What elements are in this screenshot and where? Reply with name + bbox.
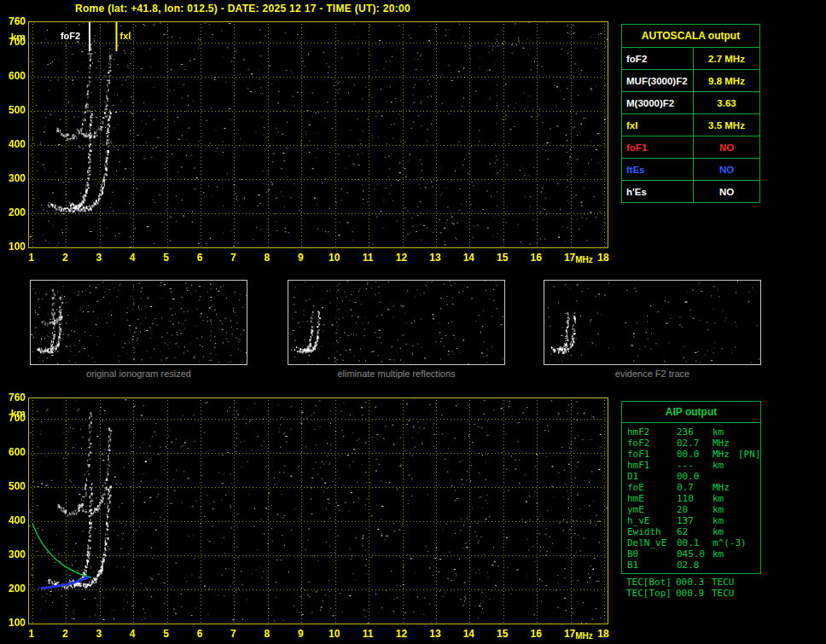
y-tick-label-top: 500 — [2, 104, 26, 116]
autoscala-param-label: fxI — [622, 114, 694, 136]
aip-unit — [713, 560, 738, 571]
aip-row: hmF1---km — [622, 460, 760, 471]
aip-name: B1 — [627, 560, 677, 571]
aip-name: foE — [627, 482, 677, 493]
aip-name: h_vE — [627, 515, 677, 526]
aip-title: AIP output — [622, 402, 760, 423]
aip-unit: MHz — [713, 438, 738, 449]
aip-unit: m^(-3) — [713, 537, 738, 548]
autoscala-param-label: MUF(3000)F2 — [622, 70, 694, 91]
aip-value: 20 — [677, 504, 713, 515]
autoscala-param-value: NO — [694, 181, 759, 202]
x-tick-label-top: 8 — [257, 252, 277, 264]
aip-name: D1 — [627, 471, 677, 482]
x-tick-label-top: 1 — [21, 252, 42, 264]
x-tick-label-bottom: 8 — [257, 628, 277, 640]
aip-row: TEC[Top]000.9TECU — [621, 588, 761, 599]
aip-extra — [737, 588, 761, 599]
aip-extra — [738, 526, 760, 537]
aip-extra — [737, 577, 761, 588]
aip-name: ymE — [627, 504, 677, 515]
aip-value: 236 — [677, 426, 713, 438]
x-tick-label-top: 12 — [392, 252, 412, 264]
aip-extra — [738, 560, 760, 571]
ionogram-plot-top — [28, 21, 608, 248]
autoscala-param-value: 9.8 MHz — [694, 70, 759, 91]
y-tick-label-top: 100 — [2, 241, 26, 252]
x-tick-label-bottom: 2 — [55, 628, 75, 640]
autoscala-row: foF1NO — [622, 136, 759, 158]
aip-row: TEC[Bot]000.3TECU — [621, 577, 761, 588]
x-tick-label-top: 11 — [358, 252, 378, 264]
aip-value: 02.8 — [677, 560, 713, 571]
aip-name: foF1 — [627, 449, 677, 460]
aip-unit: km — [713, 426, 738, 438]
y-tick-label-bottom: 100 — [2, 617, 26, 629]
x-tick-label-bottom: 14 — [458, 628, 479, 640]
thumbnail-evidence-f2-trace — [544, 280, 761, 365]
thumbnail-canvas-1 — [31, 281, 247, 364]
aip-value: 000.9 — [676, 588, 712, 599]
x-tick-label-top: 6 — [189, 252, 210, 264]
aip-row: foF100.0MHz[PN] — [622, 449, 760, 460]
aip-name: hmE — [627, 493, 677, 504]
aip-value: 00.0 — [677, 471, 713, 482]
autoscala-table: AUTOSCALA output foF22.7 MHzMUF(3000)F29… — [621, 24, 760, 203]
aip-row: B102.8 — [622, 560, 760, 571]
x-tick-label-top: 7 — [223, 252, 243, 264]
marker-label-foF2: foF2 — [61, 31, 80, 41]
x-axis-unit-bottom: MHz — [571, 631, 596, 641]
aip-name: hmF2 — [627, 426, 677, 438]
autoscala-row: M(3000)F23.63 — [622, 91, 759, 113]
aip-unit: MHz — [713, 449, 738, 460]
x-tick-label-bottom: 12 — [392, 628, 412, 640]
autoscala-row: ftEsNO — [622, 158, 759, 180]
thumbnail-caption-3: evidence F2 trace — [544, 368, 761, 379]
x-tick-label-bottom: 3 — [89, 628, 109, 640]
aip-name: DelN_vE — [627, 537, 677, 548]
aip-row: h_vE137km — [622, 515, 760, 526]
aip-value: 00.1 — [677, 537, 713, 548]
x-tick-label-top: 13 — [425, 252, 445, 264]
y-tick-label-top: 400 — [2, 138, 26, 150]
aip-unit — [713, 471, 738, 482]
x-tick-label-bottom: 10 — [324, 628, 345, 640]
aip-extra — [738, 548, 760, 560]
y-tick-label-bottom: 600 — [2, 446, 26, 458]
x-tick-label-bottom: 1 — [21, 628, 42, 640]
x-tick-label-bottom: 11 — [358, 628, 378, 640]
aip-name: Ewidth — [627, 526, 677, 537]
thumbnail-original-ionogram — [30, 280, 247, 365]
x-tick-label-top: 2 — [55, 252, 75, 264]
aip-value: 62 — [677, 526, 713, 537]
y-tick-label-top: 760 — [2, 15, 26, 27]
aip-row: foE0.7MHz — [622, 482, 760, 493]
thumbnail-eliminate-reflections — [288, 280, 505, 365]
y-tick-label-top: 200 — [2, 206, 26, 218]
aip-rows: hmF2236kmfoF202.7MHzfoF100.0MHz[PN]hmF1-… — [622, 423, 760, 571]
y-axis-unit-bottom: km — [2, 408, 26, 420]
y-tick-label-bottom: 300 — [2, 548, 26, 560]
thumbnail-caption-2: eliminate multiple reflections — [288, 368, 505, 379]
x-tick-label-top: 3 — [89, 252, 109, 264]
aip-unit: MHz — [713, 482, 738, 493]
aip-tec-rows: TEC[Bot]000.3TECUTEC[Top]000.9TECU — [621, 577, 761, 599]
ionogram-canvas-bottom — [29, 398, 608, 624]
aip-value: 00.0 — [677, 449, 713, 460]
y-tick-label-bottom: 760 — [2, 392, 26, 403]
autoscala-row: h'EsNO — [622, 180, 759, 202]
y-tick-label-top: 600 — [2, 70, 26, 82]
aip-extra — [738, 482, 760, 493]
autoscala-param-label: foF1 — [622, 136, 694, 158]
autoscala-row: foF22.7 MHz — [622, 47, 759, 69]
x-tick-label-bottom: 9 — [290, 628, 311, 640]
aip-value: 045.0 — [677, 548, 713, 560]
thumbnail-canvas-2 — [288, 281, 504, 364]
aip-extra — [738, 504, 760, 515]
thumbnail-caption-1: original ionogram resized — [30, 368, 247, 379]
autoscala-param-label: foF2 — [622, 48, 694, 69]
aip-extra — [738, 493, 760, 504]
autoscala-title: AUTOSCALA output — [622, 25, 759, 47]
aip-value: 02.7 — [677, 438, 713, 449]
ionogram-canvas-top — [29, 22, 608, 247]
